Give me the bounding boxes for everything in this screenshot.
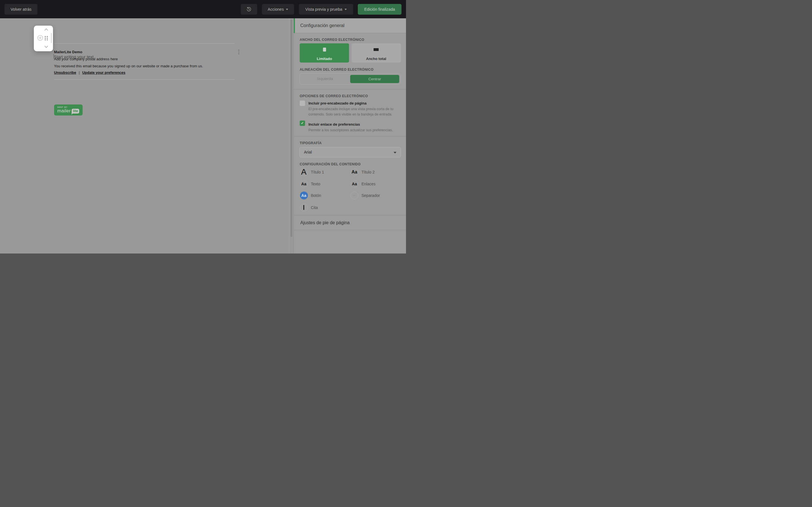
actions-dropdown-label: Acciones <box>268 7 284 11</box>
font-dropdown[interactable]: Arial <box>299 147 401 158</box>
badge-lite-bubble: lite <box>71 109 79 114</box>
footer-company-name[interactable]: MailerLite Demo <box>54 50 82 54</box>
content-section-heading: CONFIGURACIÓN DEL CONTENIDO <box>300 162 361 166</box>
align-section-heading: ALINEACIÓN DEL CORREO ELECTRÓNICO <box>300 68 373 71</box>
finish-editing-label: Edición finalizada <box>364 7 395 11</box>
width-option-limited-label: Limitado <box>300 57 349 61</box>
separator-icon: − <box>350 191 358 200</box>
width-option-full[interactable]: Ancho total <box>352 43 401 62</box>
checkmark-icon: ✓ <box>301 121 304 125</box>
kebab-dot <box>238 50 239 51</box>
add-block-icon[interactable] <box>37 35 43 41</box>
history-button[interactable] <box>241 4 257 15</box>
text-icon: Aa <box>300 180 308 188</box>
divider <box>294 89 406 90</box>
badge-sent-by: SENT BY <box>57 106 83 108</box>
preferences-checkbox[interactable]: ✓ <box>300 121 305 126</box>
chevron-down-icon <box>345 9 347 10</box>
block-toolbar-card <box>34 25 53 51</box>
quote-icon <box>300 204 308 212</box>
links-separator: | <box>79 70 80 75</box>
sidebar-header: Configuración general <box>294 18 406 33</box>
font-dropdown-value: Arial <box>304 150 312 154</box>
canvas-scrollbar <box>289 18 294 253</box>
email-divider-top <box>54 43 234 44</box>
preferences-description: Permitir a los suscriptores actualizar s… <box>308 128 393 133</box>
divider <box>294 33 406 33</box>
button-style-icon: Aa <box>300 191 308 200</box>
title2-icon: Aa <box>350 168 358 176</box>
actions-dropdown[interactable]: Acciones <box>262 4 294 15</box>
preferences-checkbox-label[interactable]: Incluir enlace de preferencias <box>308 122 360 126</box>
footer-settings-section[interactable]: Ajustes de pie de página <box>300 220 350 225</box>
preview-test-dropdown[interactable]: Vista previa y prueba <box>299 4 353 15</box>
sidebar-title: Configuración general <box>300 23 345 28</box>
typography-heading: TIPOGRAFÍA <box>300 141 322 145</box>
email-divider-bottom <box>54 79 234 80</box>
alignment-toggle: Izquierda Centrar <box>299 73 401 84</box>
block-menu-button[interactable] <box>238 50 239 54</box>
preview-test-label: Vista previa y prueba <box>305 7 342 11</box>
width-section-heading: ANCHO DEL CORREO ELECTRÓNICO <box>300 38 364 42</box>
links-icon: Aa <box>350 180 358 188</box>
options-section-heading: OPCIONES DE CORREO ELECTRÓNICO <box>300 94 368 98</box>
full-width-icon <box>373 48 378 51</box>
history-icon <box>246 6 252 12</box>
update-preferences-link[interactable]: Update your preferences <box>82 70 125 75</box>
kebab-dot <box>238 52 239 53</box>
footer-address[interactable]: Add your company postal address here <box>54 57 118 61</box>
finish-editing-button[interactable]: Edición finalizada <box>358 4 402 15</box>
width-option-limited[interactable]: Limitado <box>300 43 349 62</box>
preheader-checkbox[interactable] <box>300 101 305 106</box>
back-button-label: Volver atrás <box>11 7 32 11</box>
preheader-checkbox-label[interactable]: Incluir pre-encabezado de página <box>308 101 366 105</box>
toolbar-scroll-indicator <box>51 33 52 43</box>
unsubscribe-link[interactable]: Unsubscribe <box>54 70 77 75</box>
mailerlite-editor: Volver atrás Acciones Vista previa y pru… <box>0 0 406 253</box>
settings-sidebar: Configuración general ANCHO DEL CORREO E… <box>294 18 406 253</box>
mailerlite-badge[interactable]: SENT BY mailer lite <box>54 105 83 115</box>
align-option-center[interactable]: Centrar <box>350 75 399 83</box>
back-button[interactable]: Volver atrás <box>4 4 38 15</box>
email-canvas: Start writing your text MailerLite Demo … <box>0 18 289 253</box>
move-down-icon[interactable] <box>44 46 48 48</box>
move-up-icon[interactable] <box>44 28 48 31</box>
badge-brand: mailer <box>57 108 71 114</box>
divider <box>294 215 406 216</box>
align-option-left[interactable]: Izquierda <box>300 73 350 84</box>
chevron-down-icon <box>286 9 288 10</box>
limited-width-icon <box>323 48 326 52</box>
scrollbar-thumb[interactable] <box>290 19 293 237</box>
kebab-dot <box>238 53 239 54</box>
active-section-accent <box>294 18 295 33</box>
title1-icon: A <box>300 168 308 176</box>
drag-handle-icon[interactable] <box>45 36 48 41</box>
width-option-full-label: Ancho total <box>352 57 401 61</box>
preheader-description: El pre-encabezado incluye una vista prev… <box>308 107 393 117</box>
footer-links: Unsubscribe|Update your preferences <box>54 70 125 75</box>
topbar: Volver atrás Acciones Vista previa y pru… <box>0 0 406 18</box>
dropdown-caret-icon <box>394 152 396 154</box>
footer-reason[interactable]: You received this email because you sign… <box>54 64 203 68</box>
divider <box>294 230 406 230</box>
